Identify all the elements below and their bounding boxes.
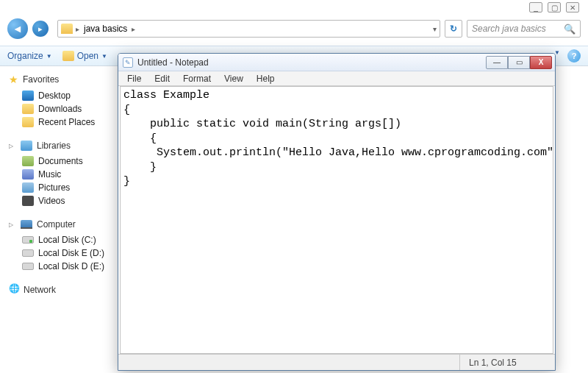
notepad-close-button[interactable]: X xyxy=(530,56,552,69)
parent-window-controls: ⎯ ▢ ✕ xyxy=(529,2,579,13)
menu-file[interactable]: File xyxy=(121,72,147,85)
disk-icon xyxy=(22,249,34,257)
breadcrumb-sep-icon: ▸ xyxy=(132,25,135,33)
disk-icon xyxy=(22,263,34,270)
network-icon xyxy=(9,285,19,295)
notepad-menubar: File Edit Format View Help xyxy=(118,71,555,86)
breadcrumb-dropdown-icon[interactable]: ▾ xyxy=(433,25,437,33)
pictures-icon xyxy=(22,182,34,193)
sidebar-group-network[interactable]: Network xyxy=(9,285,116,295)
organize-button[interactable]: Organize ▼ xyxy=(7,51,52,61)
sidebar-item-pictures[interactable]: Pictures xyxy=(9,181,116,194)
search-input[interactable]: Search java basics 🔍 xyxy=(467,20,581,38)
open-icon xyxy=(62,51,74,61)
breadcrumb-sep-icon: ▸ xyxy=(76,25,79,33)
computer-icon xyxy=(21,220,32,229)
star-icon: ★ xyxy=(9,74,18,85)
nav-back-button[interactable]: ◄ xyxy=(7,18,28,39)
music-icon xyxy=(22,169,34,180)
help-button[interactable]: ? xyxy=(567,49,581,63)
breadcrumb-item[interactable]: java basics xyxy=(82,24,129,34)
documents-icon xyxy=(22,156,34,166)
disk-icon xyxy=(22,236,34,244)
notepad-app-icon: ✎ xyxy=(123,57,133,68)
sidebar-item-recent[interactable]: Recent Places xyxy=(9,116,116,129)
notepad-title: Untitled - Notepad xyxy=(137,57,209,68)
folder-icon xyxy=(61,24,73,34)
sidebar-item-videos[interactable]: Videos xyxy=(9,194,116,207)
sidebar-item-disk-e[interactable]: Local Disk E (D:) xyxy=(9,246,116,260)
menu-format[interactable]: Format xyxy=(177,72,217,85)
parent-min-button[interactable]: ⎯ xyxy=(529,2,542,13)
downloads-icon xyxy=(22,104,34,114)
notepad-min-button[interactable]: — xyxy=(486,56,508,69)
notepad-text-area[interactable]: class Example { public static void main(… xyxy=(120,86,553,354)
notepad-window: ✎ Untitled - Notepad — ▭ X File Edit For… xyxy=(118,53,556,371)
dropdown-icon: ▼ xyxy=(46,53,52,60)
search-placeholder: Search java basics xyxy=(472,24,546,34)
desktop-icon xyxy=(22,90,34,101)
sidebar-item-disk-d[interactable]: Local Disk D (E:) xyxy=(9,260,116,273)
parent-max-button[interactable]: ▢ xyxy=(548,2,561,13)
cursor-position: Ln 1, Col 15 xyxy=(459,355,555,370)
menu-view[interactable]: View xyxy=(218,72,249,85)
search-icon: 🔍 xyxy=(564,24,576,35)
notepad-max-button[interactable]: ▭ xyxy=(508,56,530,69)
videos-icon xyxy=(22,196,34,206)
menu-help[interactable]: Help xyxy=(251,72,281,85)
sidebar-item-desktop[interactable]: Desktop xyxy=(9,89,116,102)
dropdown-icon: ▼ xyxy=(101,53,107,60)
navigation-sidebar: ★ Favorites Desktop Downloads Recent Pla… xyxy=(0,68,116,373)
notepad-titlebar[interactable]: ✎ Untitled - Notepad — ▭ X xyxy=(118,54,555,71)
sidebar-group-libraries[interactable]: ▷ Libraries xyxy=(9,141,116,151)
parent-close-button[interactable]: ✕ xyxy=(566,2,579,13)
sidebar-item-music[interactable]: Music xyxy=(9,168,116,181)
expand-icon: ▷ xyxy=(9,221,16,228)
sidebar-item-downloads[interactable]: Downloads xyxy=(9,102,116,116)
breadcrumb[interactable]: ▸ java basics ▸ ▾ xyxy=(57,20,440,38)
expand-icon: ▷ xyxy=(9,143,16,149)
sidebar-item-disk-c[interactable]: Local Disk (C:) xyxy=(9,233,116,246)
recent-icon xyxy=(22,117,34,127)
nav-forward-button[interactable]: ▸ xyxy=(32,21,49,37)
refresh-button[interactable]: ↻ xyxy=(445,20,462,38)
libraries-icon xyxy=(21,141,32,151)
notepad-statusbar: Ln 1, Col 15 xyxy=(118,354,555,370)
address-bar-row: ◄ ▸ ▸ java basics ▸ ▾ ↻ Search java basi… xyxy=(0,18,588,40)
sidebar-group-favorites[interactable]: ★ Favorites xyxy=(9,74,116,85)
sidebar-group-computer[interactable]: ▷ Computer xyxy=(9,219,116,230)
sidebar-item-documents[interactable]: Documents xyxy=(9,154,116,168)
menu-edit[interactable]: Edit xyxy=(148,72,176,85)
open-button[interactable]: Open ▼ xyxy=(62,51,107,61)
